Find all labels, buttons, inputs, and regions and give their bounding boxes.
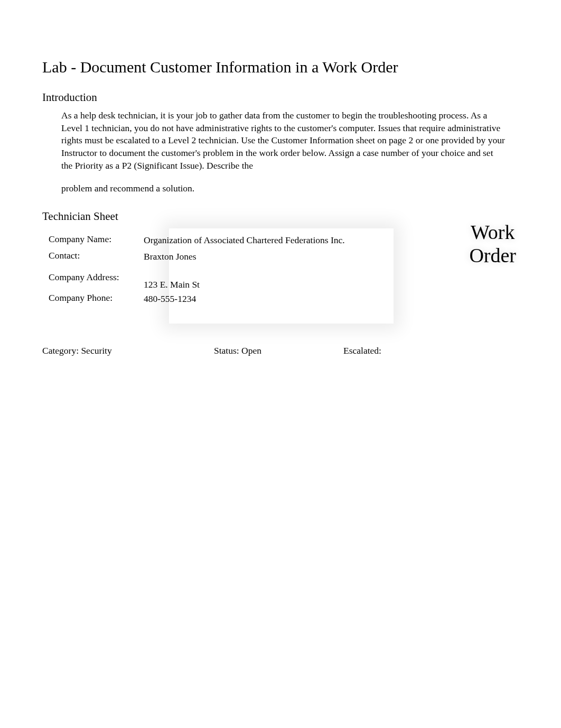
status-value: Open — [241, 345, 261, 356]
category-value: Security — [81, 345, 111, 356]
category-field: Category: Security — [42, 345, 214, 356]
technician-sheet-block: Company Name: Organization of Associated… — [42, 228, 519, 306]
status-field: Status: Open — [214, 345, 343, 356]
page-title: Lab - Document Customer Information in a… — [42, 58, 519, 76]
contact-value: Braxton Jones — [144, 250, 355, 263]
company-phone-value: 480-555-1234 — [144, 292, 355, 306]
introduction-heading: Introduction — [42, 91, 519, 104]
introduction-paragraph-1: As a help desk technician, it is your jo… — [61, 109, 505, 172]
company-name-value: Organization of Associated Chartered Fed… — [144, 234, 355, 247]
contact-row: Contact: Braxton Jones — [49, 250, 519, 263]
work-order-line1: Work — [469, 221, 516, 244]
escalated-label: Escalated: — [343, 345, 381, 356]
technician-sheet-heading: Technician Sheet — [42, 210, 519, 223]
company-address-label: Company Address: — [49, 272, 144, 283]
status-label: Status: — [214, 345, 241, 356]
status-row: Category: Security Status: Open Escalate… — [42, 345, 518, 356]
company-address-value: 123 E. Main St — [144, 272, 355, 291]
company-address-row: Company Address: 123 E. Main St — [49, 272, 519, 291]
escalated-field: Escalated: — [343, 345, 449, 356]
work-order-stamp: Work Order — [469, 221, 516, 267]
company-name-row: Company Name: Organization of Associated… — [49, 234, 519, 247]
category-label: Category: — [42, 345, 81, 356]
introduction-paragraph-2: problem and recommend a solution. — [61, 182, 519, 195]
company-phone-label: Company Phone: — [49, 292, 144, 303]
contact-label: Contact: — [49, 250, 144, 261]
company-name-label: Company Name: — [49, 234, 144, 245]
company-phone-row: Company Phone: 480-555-1234 — [49, 292, 519, 306]
work-order-line2: Order — [469, 244, 516, 268]
